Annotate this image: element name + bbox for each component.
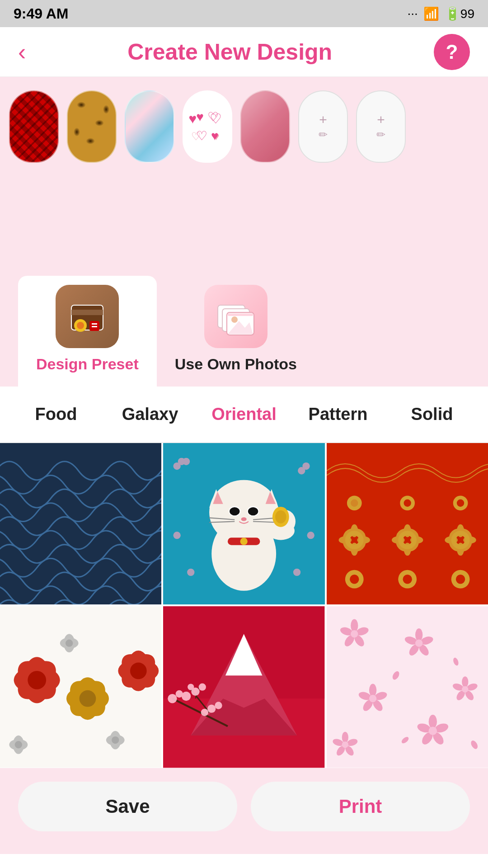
waves-svg [0, 443, 161, 604]
svg-point-22 [293, 569, 300, 576]
svg-point-154 [369, 695, 376, 702]
brush-icon-2: ✏ [376, 128, 385, 141]
design-preset-label: Design Preset [36, 355, 139, 373]
svg-point-160 [428, 727, 436, 735]
svg-rect-14 [0, 443, 161, 604]
svg-point-20 [303, 462, 310, 470]
svg-point-43 [275, 510, 286, 524]
grid-item-maneki[interactable] [163, 443, 324, 604]
help-icon: ? [446, 41, 458, 63]
svg-point-21 [187, 569, 194, 576]
mode-own-photos[interactable]: Use Own Photos [157, 276, 315, 387]
grid-item-white-floral[interactable] [0, 606, 161, 768]
maneki-svg [163, 443, 324, 604]
svg-point-148 [462, 686, 468, 693]
svg-point-142 [415, 640, 422, 647]
svg-point-136 [351, 630, 358, 637]
grid-item-mt-fuji[interactable] [163, 606, 324, 768]
bluetooth-icon: 📶 [423, 6, 439, 21]
grid-item-red-oriental[interactable] [327, 443, 488, 604]
svg-point-24 [174, 532, 181, 539]
svg-point-32 [248, 507, 259, 516]
help-button[interactable]: ? [434, 34, 470, 70]
print-button[interactable]: Print [251, 782, 470, 831]
svg-point-33 [241, 517, 247, 521]
svg-point-62 [456, 575, 465, 584]
svg-point-17 [183, 458, 190, 465]
nail-preview-strip: ♥ ♡ ♡ ♥ + ✏ + ✏ [0, 77, 488, 176]
svg-rect-5 [92, 323, 97, 325]
svg-point-129 [215, 702, 222, 709]
back-button[interactable]: ‹ [18, 40, 26, 64]
mode-design-preset[interactable]: Design Preset [18, 276, 157, 387]
white-floral-svg [0, 606, 161, 768]
own-photos-label: Use Own Photos [175, 355, 297, 373]
svg-point-127 [201, 709, 208, 716]
svg-point-137 [415, 628, 422, 642]
svg-rect-1 [71, 310, 103, 315]
battery-icon: 🔋99 [445, 6, 474, 21]
svg-point-31 [229, 507, 240, 516]
tab-galaxy[interactable]: Galaxy [103, 400, 197, 429]
svg-point-12 [231, 316, 238, 323]
svg-point-161 [342, 732, 348, 743]
svg-point-125 [199, 684, 206, 691]
own-photos-icon-bg [204, 285, 267, 348]
save-button[interactable]: Save [18, 782, 237, 831]
status-time: 9:49 AM [14, 5, 69, 22]
category-tabs: Food Galaxy Oriental Pattern Solid [0, 387, 488, 443]
status-bar: 9:49 AM ··· 📶 🔋99 [0, 0, 488, 27]
svg-point-60 [403, 575, 412, 584]
svg-point-166 [342, 741, 348, 748]
grid-item-waves[interactable] [0, 443, 161, 604]
page-title: Create New Design [127, 39, 332, 65]
red-oriental-svg [327, 443, 488, 604]
plus-icon: + [319, 112, 327, 127]
mode-selector: Design Preset Use Own Photos [0, 267, 488, 387]
tab-pattern[interactable]: Pattern [291, 400, 385, 429]
tab-oriental[interactable]: Oriental [197, 400, 291, 429]
svg-rect-13 [228, 313, 253, 316]
nail-preview-leopard[interactable] [67, 90, 117, 163]
pink-sakura-svg [327, 606, 488, 768]
nail-empty-icon-1: + ✏ [319, 112, 328, 141]
svg-point-58 [350, 575, 359, 584]
svg-point-128 [207, 705, 216, 713]
top-nav: ‹ Create New Design ? [0, 27, 488, 77]
nail-preview-plaid[interactable] [9, 90, 59, 163]
nail-preview-hearts[interactable]: ♥ ♡ ♡ ♥ [183, 90, 232, 163]
nail-preview-sakura[interactable] [240, 90, 290, 163]
brush-icon: ✏ [319, 128, 328, 141]
plus-icon-2: + [377, 112, 385, 127]
nail-empty-icon-2: + ✏ [376, 112, 385, 141]
tab-food[interactable]: Food [9, 400, 103, 429]
svg-point-92 [28, 671, 46, 689]
svg-point-143 [462, 677, 468, 688]
design-preset-icon-bg [56, 285, 119, 348]
svg-point-97 [80, 690, 96, 707]
mt-fuji-svg [163, 606, 324, 768]
svg-point-108 [112, 736, 119, 744]
design-image-grid [0, 443, 488, 768]
svg-point-123 [182, 692, 191, 701]
nail-preview-galaxy[interactable] [125, 90, 174, 163]
bottom-bar: Save Print [0, 768, 488, 854]
svg-rect-6 [92, 326, 97, 327]
svg-point-48 [404, 500, 411, 507]
svg-point-131 [351, 619, 358, 632]
svg-point-155 [428, 715, 436, 729]
tab-solid[interactable]: Solid [385, 400, 479, 429]
svg-point-23 [307, 532, 314, 539]
grid-item-pink-sakura[interactable] [327, 606, 488, 768]
status-icons: ··· 📶 🔋99 [408, 6, 475, 21]
svg-point-149 [369, 684, 376, 697]
more-icon: ··· [408, 6, 418, 21]
svg-point-105 [66, 640, 73, 647]
svg-point-121 [168, 694, 177, 703]
svg-point-26 [209, 480, 278, 545]
design-preset-svg-icon [67, 296, 108, 337]
svg-point-50 [457, 500, 464, 507]
svg-point-111 [15, 741, 22, 748]
nail-preview-empty-2[interactable]: + ✏ [356, 90, 406, 163]
nail-preview-empty-1[interactable]: + ✏ [298, 90, 348, 163]
